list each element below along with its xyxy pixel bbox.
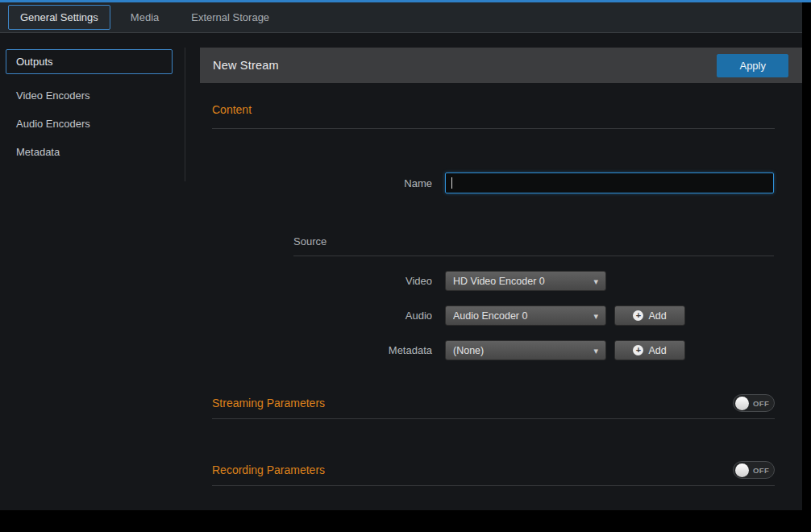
audio-label: Audio xyxy=(200,310,432,322)
top-tab-bar: General Settings Media External Storage xyxy=(0,2,802,33)
content-section-header: Content xyxy=(212,102,775,129)
audio-source-value: Audio Encoder 0 xyxy=(453,310,593,322)
video-source-select[interactable]: HD Video Encoder 0 xyxy=(445,271,606,291)
recording-parameters-toggle[interactable]: OFF xyxy=(733,461,775,479)
body-row: Outputs Video Encoders Audio Encoders Me… xyxy=(0,33,802,508)
toggle-state-label: OFF xyxy=(753,466,769,475)
page-title: New Stream xyxy=(213,59,279,72)
audio-source-select[interactable]: Audio Encoder 0 xyxy=(445,305,606,326)
content-section-title: Content xyxy=(212,103,252,116)
name-input[interactable] xyxy=(445,172,774,193)
toggle-knob xyxy=(735,463,749,477)
chevron-down-icon xyxy=(593,310,598,322)
app-window: General Settings Media External Storage … xyxy=(0,0,811,532)
toggle-knob xyxy=(735,397,749,410)
sidebar: Outputs Video Encoders Audio Encoders Me… xyxy=(0,48,200,508)
streaming-parameters-section: Streaming Parameters OFF xyxy=(212,394,775,419)
metadata-source-select[interactable]: (None) xyxy=(445,340,606,360)
streaming-parameters-title: Streaming Parameters xyxy=(212,397,325,409)
metadata-label: Metadata xyxy=(200,344,432,356)
plus-icon xyxy=(633,310,643,321)
page-header: New Stream Apply xyxy=(200,48,802,83)
add-button-label: Add xyxy=(648,345,666,356)
sidebar-item-outputs[interactable]: Outputs xyxy=(6,49,173,74)
metadata-row: Metadata (None) Add xyxy=(200,340,802,360)
sidebar-item-metadata[interactable]: Metadata xyxy=(6,140,173,164)
video-row: Video HD Video Encoder 0 xyxy=(200,271,802,291)
metadata-source-value: (None) xyxy=(453,345,593,356)
source-label: Source xyxy=(293,235,326,247)
chevron-down-icon xyxy=(593,345,598,356)
name-input-wrap xyxy=(445,172,774,193)
apply-button[interactable]: Apply xyxy=(717,54,788,77)
metadata-add-button[interactable]: Add xyxy=(614,340,685,360)
chevron-down-icon xyxy=(593,276,598,287)
toggle-state-label: OFF xyxy=(753,399,769,408)
audio-row: Audio Audio Encoder 0 Add xyxy=(200,305,802,326)
sidebar-item-video-encoders[interactable]: Video Encoders xyxy=(6,84,173,107)
name-row: Name xyxy=(200,172,802,193)
add-button-label: Add xyxy=(648,310,666,322)
sidebar-item-audio-encoders[interactable]: Audio Encoders xyxy=(6,112,173,135)
main-window: General Settings Media External Storage … xyxy=(0,2,802,510)
streaming-parameters-toggle[interactable]: OFF xyxy=(733,394,775,412)
tab-external-storage[interactable]: External Storage xyxy=(179,5,281,30)
name-label: Name xyxy=(200,177,432,189)
tab-general-settings[interactable]: General Settings xyxy=(8,5,110,30)
tab-media[interactable]: Media xyxy=(119,5,171,30)
recording-parameters-title: Recording Parameters xyxy=(212,463,325,476)
text-cursor xyxy=(451,177,452,189)
video-label: Video xyxy=(200,275,432,287)
main-content: New Stream Apply Content Name Source xyxy=(200,48,802,508)
video-source-value: HD Video Encoder 0 xyxy=(453,276,593,287)
source-group-header: Source xyxy=(293,235,774,256)
audio-add-button[interactable]: Add xyxy=(614,305,685,326)
sidebar-nav-list: Outputs Video Encoders Audio Encoders Me… xyxy=(0,48,185,181)
plus-icon xyxy=(633,345,643,355)
recording-parameters-section: Recording Parameters OFF xyxy=(212,461,775,486)
